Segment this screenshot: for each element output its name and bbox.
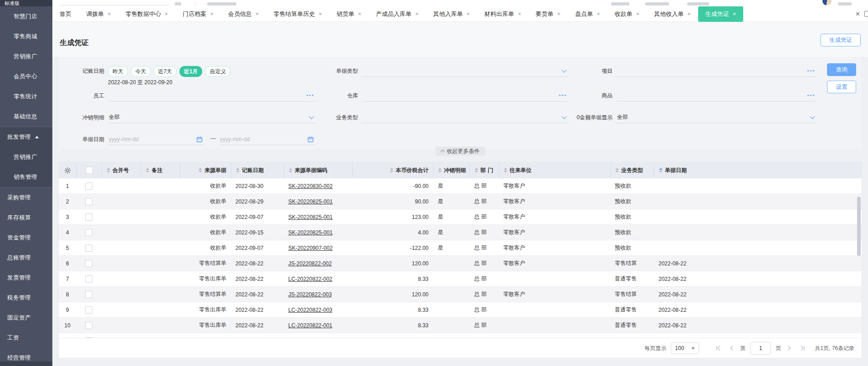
tab-0[interactable]: 首页 (52, 6, 79, 22)
table-row-6[interactable]: 6零售结算单2022-08-22JS-20220822-002120.00总部零… (59, 256, 862, 271)
source-code-link[interactable]: LC-20220822-002 (288, 276, 332, 282)
biz-type-select[interactable] (362, 112, 569, 123)
tab-close-icon[interactable]: × (597, 11, 600, 17)
column-header-dept[interactable]: 部门 (470, 162, 499, 178)
column-header-source_code[interactable]: 来源单据编码 (284, 162, 352, 178)
column-header-source_doc[interactable]: 来源单据 (180, 162, 231, 178)
tab-close-icon[interactable]: × (415, 11, 419, 17)
row-checkbox[interactable] (85, 337, 92, 338)
source-code-link[interactable]: LC-20220822-001 (288, 322, 332, 329)
sidebar-item-5[interactable]: 基础信息 (0, 107, 52, 127)
sort-icon[interactable] (390, 168, 393, 173)
table-row-11[interactable]: 11零售结算单2022-08-22JS-20220822-001120.00总部… (59, 333, 862, 338)
column-header-partner[interactable]: 往来单位 (499, 162, 610, 178)
page-size-select[interactable]: 100 (671, 342, 699, 354)
query-button[interactable]: 查询 (827, 63, 856, 76)
sort-icon[interactable] (659, 168, 663, 173)
row-checkbox[interactable] (85, 291, 92, 298)
tab-12[interactable]: 收款单× (608, 6, 647, 22)
doc-date-start-input[interactable]: yyyy-mm-dd (108, 133, 204, 145)
tab-close-icon[interactable]: × (255, 11, 259, 17)
row-checkbox[interactable] (85, 306, 92, 314)
collapse-filters-button[interactable]: 收起更多条件 (435, 147, 485, 156)
column-header-remark[interactable]: 备注 (141, 162, 180, 178)
toolbar-icon[interactable] (175, 2, 181, 5)
select-all-checkbox[interactable] (86, 167, 93, 174)
tab-close-icon[interactable]: × (165, 11, 168, 17)
close-all-tabs-icon[interactable]: × (856, 10, 860, 18)
column-settings-button[interactable] (59, 162, 76, 178)
tab-close-icon[interactable]: × (107, 11, 111, 17)
prev-page-icon[interactable] (727, 344, 735, 352)
first-page-icon[interactable] (715, 344, 723, 352)
writeoff-detail-select[interactable]: 全部 (108, 112, 316, 123)
tab-close-icon[interactable]: × (358, 11, 362, 17)
table-row-3[interactable]: 3收款单2022-09-07SK-20220825-001123.00是总部零散… (59, 209, 862, 225)
tab-9[interactable]: 材料出库单× (477, 6, 529, 22)
employee-field[interactable] (108, 90, 316, 102)
global-search-input[interactable] (60, 5, 169, 5)
source-code-link[interactable]: JS-20220822-003 (288, 291, 332, 298)
table-row-1[interactable]: 1收款单2022-08-30SK-20220830-002-90.00是总部零散… (59, 178, 862, 194)
row-checkbox[interactable] (85, 244, 92, 252)
source-code-link[interactable]: SK-20220830-002 (288, 183, 332, 189)
source-code-link[interactable]: SK-20220825-001 (288, 229, 332, 236)
tab-close-icon[interactable]: × (557, 11, 561, 17)
ellipsis-icon[interactable] (807, 70, 814, 71)
row-checkbox[interactable] (85, 229, 92, 236)
sort-icon[interactable] (236, 168, 240, 173)
sidebar-item-1[interactable]: 零售商城 (0, 26, 52, 46)
quick-option-0[interactable]: 昨天 (108, 66, 128, 77)
sidebar-item-9[interactable]: 采购管理 (0, 187, 52, 208)
sidebar-item-0[interactable]: 智慧门店 (0, 6, 52, 26)
tab-4[interactable]: 会员信息× (221, 6, 266, 22)
tab-13[interactable]: 其他收入单× (647, 6, 698, 22)
sort-icon[interactable] (199, 168, 202, 173)
last-page-icon[interactable] (798, 344, 807, 352)
generate-voucher-button[interactable]: 生成凭证 (821, 34, 861, 46)
toolbar-contact-icon[interactable] (687, 2, 709, 5)
user-avatar[interactable] (822, 0, 832, 5)
tab-close-icon[interactable]: × (466, 11, 470, 17)
tab-1[interactable]: 调拨单× (79, 6, 118, 22)
sidebar-item-15[interactable]: 固定资产 (0, 308, 52, 328)
source-code-link[interactable]: SK-20220907-002 (288, 245, 332, 251)
sort-icon[interactable] (289, 168, 292, 173)
tab-7[interactable]: 产成品入库单× (369, 6, 426, 22)
source-code-link[interactable]: JS-20220822-002 (288, 260, 332, 267)
doc-date-end-input[interactable]: yyyy-mm-dd (219, 133, 316, 145)
project-field[interactable] (616, 65, 817, 77)
sort-icon[interactable] (475, 168, 478, 173)
table-row-4[interactable]: 4收款单2022-09-15SK-20220825-0014.00是总部零散客户… (59, 225, 862, 240)
tab-close-icon[interactable]: × (733, 11, 736, 17)
table-row-7[interactable]: 7零售出库单2022-08-22LC-20220822-0028.33总部普通零… (59, 271, 862, 287)
toolbar-message-icon[interactable] (611, 2, 629, 5)
quick-option-1[interactable]: 今天 (131, 66, 151, 77)
sidebar-item-3[interactable]: 会员中心 (0, 66, 52, 86)
table-scrollbar[interactable] (857, 197, 861, 256)
tab-close-icon[interactable]: × (210, 11, 214, 17)
row-checkbox[interactable] (85, 214, 92, 221)
sidebar-item-10[interactable]: 库存核算 (0, 208, 52, 228)
toolbar-app-icon[interactable] (645, 2, 669, 5)
tab-10[interactable]: 要货单× (528, 6, 568, 22)
tab-close-icon[interactable]: × (318, 11, 322, 17)
sidebar-item-4[interactable]: 零售统计 (0, 86, 52, 107)
column-header-record_date[interactable]: 记账日期 (231, 162, 284, 178)
sidebar-item-14[interactable]: 税务管理 (0, 288, 52, 308)
quick-option-3[interactable]: 近1月 (179, 66, 203, 77)
sort-icon[interactable] (438, 168, 442, 173)
sidebar-item-11[interactable]: 资金管理 (0, 228, 52, 248)
column-header-doc_date[interactable]: 单据日期 (654, 162, 862, 178)
quick-option-2[interactable]: 近7天 (153, 66, 177, 77)
sort-icon[interactable] (615, 168, 619, 173)
warehouse-field[interactable] (362, 90, 569, 102)
table-row-10[interactable]: 10零售出库单2022-08-22LC-20220822-0018.33总部普通… (59, 318, 862, 333)
settings-button[interactable]: 设置 (827, 81, 856, 93)
column-header-biz_type[interactable]: 业务类型 (610, 162, 654, 178)
sidebar-item-6[interactable]: 批发管理 (0, 127, 52, 147)
row-checkbox[interactable] (85, 275, 92, 283)
sidebar-item-2[interactable]: 营销推广 (0, 46, 52, 66)
column-header-writeoff[interactable]: 冲销明细 (433, 162, 470, 178)
table-row-5[interactable]: 5收款单2022-09-07SK-20220907-002-122.00是总部零… (59, 240, 862, 256)
